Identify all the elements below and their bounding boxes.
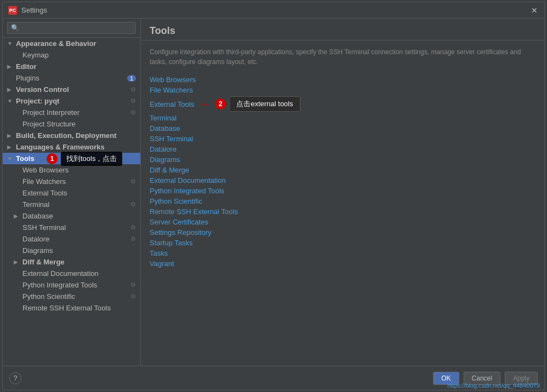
sidebar-item-label: Datalore <box>22 235 49 243</box>
url-bar: https://blog.csdn.net/qq_44840079 <box>443 381 544 390</box>
sidebar-item-python-integrated[interactable]: Python Integrated Tools ⚙ <box>3 279 140 291</box>
sidebar-item-editor[interactable]: ▶ Editor <box>3 61 140 72</box>
link-tasks[interactable]: Tasks <box>150 248 535 258</box>
sidebar-item-label: Database <box>22 212 53 220</box>
settings-icon: ⚙ <box>130 97 136 105</box>
sidebar-item-remote-ssh[interactable]: Remote SSH External Tools <box>3 302 140 314</box>
footer-left: ? <box>9 372 21 384</box>
sidebar-item-terminal[interactable]: Terminal ⚙ <box>3 199 140 210</box>
help-button[interactable]: ? <box>9 372 21 384</box>
expand-icon: ▼ <box>7 41 14 47</box>
sidebar-item-python-scientific[interactable]: Python Scientific ⚙ <box>3 291 140 302</box>
close-button[interactable]: ✕ <box>530 6 539 15</box>
sidebar-item-label: Editor <box>16 62 37 71</box>
sidebar-item-ssh-terminal[interactable]: SSH Terminal ⚙ <box>3 222 140 233</box>
panel-description: Configure integration with third-party a… <box>150 47 535 67</box>
sidebar-item-project-interpreter[interactable]: Project Interpreter ⚙ <box>3 107 140 118</box>
sidebar-item-label: Project: pyqt <box>16 97 59 105</box>
sidebar-item-label: External Tools <box>22 189 67 197</box>
sidebar-item-label: Python Scientific <box>22 292 75 301</box>
sidebar-item-label: Terminal <box>22 200 49 209</box>
link-server-certs[interactable]: Server Certificates <box>150 217 535 227</box>
title-bar-left: PC Settings <box>8 6 47 15</box>
settings-icon: ⚙ <box>130 201 136 208</box>
link-diagrams[interactable]: Diagrams <box>150 154 535 165</box>
sidebar-item-build[interactable]: ▶ Build, Execution, Deployment <box>3 130 140 141</box>
expand-icon: ▶ <box>14 259 20 265</box>
sidebar-item-tools[interactable]: ▼ Tools 1 找到tools，点击 ← <box>3 153 140 164</box>
sidebar-item-label: File Watchers <box>22 177 66 186</box>
link-web-browsers[interactable]: Web Browsers <box>150 74 535 85</box>
link-database[interactable]: Database <box>150 123 535 134</box>
url-text: https://blog.csdn.net/qq_44840079 <box>447 382 540 389</box>
link-terminal[interactable]: Terminal <box>150 113 535 123</box>
sidebar-item-label: External Documentation <box>22 269 99 278</box>
plugins-badge: 1 <box>127 75 136 82</box>
expand-icon: ▶ <box>7 144 14 150</box>
sidebar-item-label: Diagrams <box>22 246 53 255</box>
expand-icon: ▶ <box>7 132 14 139</box>
link-python-integrated[interactable]: Python Integrated Tools <box>150 186 535 196</box>
sidebar-item-label: Appearance & Behavior <box>16 39 96 48</box>
panel-content: Configure integration with third-party a… <box>141 41 544 366</box>
expand-icon: ▼ <box>7 155 14 162</box>
sidebar-item-version-control[interactable]: ▶ Version Control ⚙ <box>3 84 140 95</box>
link-external-doc[interactable]: External Documentation <box>150 175 535 186</box>
sidebar-item-database[interactable]: ▶ Database <box>3 210 140 222</box>
sidebar: ▼ Appearance & Behavior Keymap ▶ Editor … <box>3 19 141 366</box>
panel-title: Tools <box>141 19 544 41</box>
sidebar-item-project-structure[interactable]: Project Structure <box>3 118 140 130</box>
sidebar-item-languages[interactable]: ▶ Languages & Frameworks <box>3 141 140 153</box>
sidebar-item-file-watchers[interactable]: File Watchers ⚙ <box>3 176 140 187</box>
link-datalore[interactable]: Datalore <box>150 144 535 154</box>
sidebar-item-label: Diff & Merge <box>22 258 65 266</box>
link-external-tools[interactable]: External Tools <box>150 99 194 109</box>
dialog-title: Settings <box>21 6 47 14</box>
link-startup-tasks[interactable]: Startup Tasks <box>150 238 535 248</box>
external-tools-row: External Tools ← 2 点击external tools <box>150 96 535 112</box>
link-remote-ssh[interactable]: Remote SSH External Tools <box>150 206 535 217</box>
step1-badge: 1 <box>47 153 58 164</box>
sidebar-item-external-tools[interactable]: External Tools <box>3 187 140 199</box>
search-input[interactable] <box>7 22 136 34</box>
sidebar-item-label: SSH Terminal <box>22 223 66 232</box>
link-settings-repo[interactable]: Settings Repository <box>150 227 535 238</box>
sidebar-item-label: Version Control <box>16 85 69 94</box>
expand-icon: ▼ <box>7 98 14 104</box>
sidebar-item-keymap[interactable]: Keymap <box>3 49 140 61</box>
step2-tooltip: 点击external tools <box>229 96 300 112</box>
main-panel: Tools Configure integration with third-p… <box>141 19 544 366</box>
settings-icon: ⚙ <box>130 109 136 116</box>
settings-icon: ⚙ <box>130 86 136 93</box>
pycharm-icon: PC <box>8 6 17 15</box>
settings-icon: ⚙ <box>130 281 136 289</box>
sidebar-item-label: Build, Execution, Deployment <box>16 131 116 140</box>
sidebar-item-appearance[interactable]: ▼ Appearance & Behavior <box>3 38 140 49</box>
sidebar-item-ext-doc[interactable]: External Documentation <box>3 268 140 279</box>
link-diff-merge[interactable]: Diff & Merge <box>150 165 535 175</box>
sidebar-item-datalore[interactable]: Datalore ⚙ <box>3 233 140 245</box>
title-bar: PC Settings ✕ <box>3 2 544 19</box>
sidebar-item-label: Project Interpreter <box>22 108 79 117</box>
expand-icon: ▶ <box>14 213 20 219</box>
sidebar-item-label: Languages & Frameworks <box>16 143 105 151</box>
sidebar-item-web-browsers[interactable]: Web Browsers <box>3 164 140 176</box>
settings-icon: ⚙ <box>130 293 136 300</box>
sidebar-item-label: Plugins <box>16 74 39 82</box>
step2-arrow: ← <box>198 97 210 111</box>
sidebar-item-label: Web Browsers <box>22 166 69 174</box>
step2-badge: 2 <box>215 99 226 109</box>
sidebar-item-label: Remote SSH External Tools <box>22 304 111 312</box>
link-file-watchers[interactable]: File Watchers <box>150 85 535 95</box>
link-python-scientific[interactable]: Python Scientific <box>150 196 535 206</box>
link-ssh-terminal[interactable]: SSH Terminal <box>150 134 535 144</box>
search-box <box>3 19 140 38</box>
sidebar-item-diff-merge[interactable]: ▶ Diff & Merge <box>3 256 140 268</box>
sidebar-item-diagrams[interactable]: Diagrams <box>3 245 140 256</box>
link-vagrant[interactable]: Vagrant <box>150 258 535 269</box>
sidebar-item-project[interactable]: ▼ Project: pyqt ⚙ <box>3 95 140 107</box>
sidebar-item-label: Keymap <box>22 51 49 59</box>
settings-dialog: PC Settings ✕ ▼ Appearance & Behavior Ke… <box>2 2 545 390</box>
sidebar-item-plugins[interactable]: Plugins 1 <box>3 72 140 84</box>
expand-icon: ▶ <box>7 64 14 70</box>
